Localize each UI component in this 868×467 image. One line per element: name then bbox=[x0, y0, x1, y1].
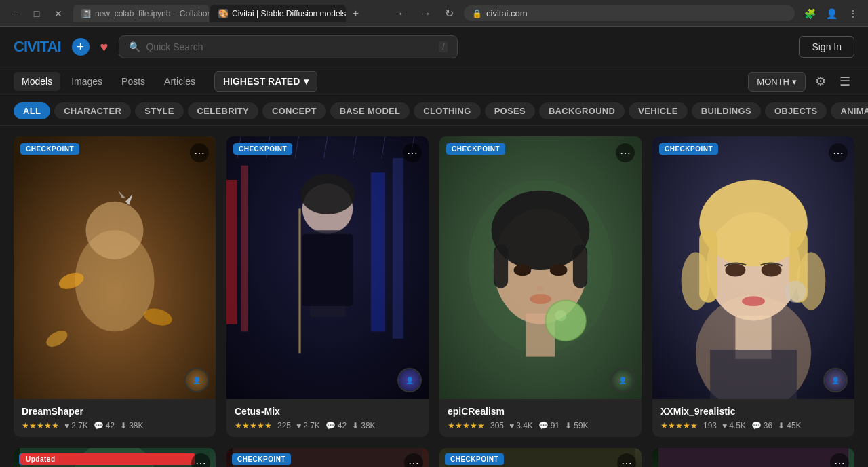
card-title-1: DreamShaper bbox=[22, 406, 208, 417]
card-info-4: XXMix_9realistic ★★★★★ 193 ♥ 4.5K 💬 36 ⬇… bbox=[652, 399, 854, 437]
download-icon-2: ⬇ bbox=[352, 421, 359, 430]
category-all[interactable]: ALL bbox=[14, 102, 50, 119]
comment-icon-2: 💬 bbox=[326, 421, 336, 430]
svg-rect-12 bbox=[393, 158, 403, 339]
card-image-cetus-mix: CHECKPOINT ⋯ 👤 bbox=[226, 136, 429, 399]
category-celebrity[interactable]: CELEBRITY bbox=[188, 102, 258, 119]
card-menu-button-2[interactable]: ⋯ bbox=[403, 143, 422, 162]
sign-in-button[interactable]: Sign In bbox=[799, 36, 854, 58]
svg-point-38 bbox=[555, 310, 566, 321]
card-likes-3: ♥ 3.4K bbox=[509, 421, 533, 430]
nav-articles[interactable]: Articles bbox=[156, 72, 203, 91]
card-background-2 bbox=[226, 136, 429, 399]
svg-point-48 bbox=[762, 263, 782, 276]
category-poses[interactable]: POSES bbox=[485, 102, 535, 119]
card-avatar-image-1: 👤 bbox=[186, 369, 208, 391]
bottom-card-1[interactable]: CHECKPOINT Updated ⋯ bbox=[14, 448, 216, 467]
reload-button[interactable]: ↻ bbox=[439, 4, 458, 23]
card-comments-value-2: 42 bbox=[338, 421, 347, 430]
card-downloads-value-2: 38K bbox=[361, 421, 375, 430]
sort-button[interactable]: HIGHEST RATED ▾ bbox=[214, 71, 317, 92]
bottom-menu-btn-2[interactable]: ⋯ bbox=[404, 453, 423, 467]
search-bar[interactable]: 🔍 Quick Search / bbox=[119, 35, 458, 58]
category-style[interactable]: STYLE bbox=[135, 102, 183, 119]
favorites-icon[interactable]: ♥ bbox=[100, 39, 108, 55]
site-logo[interactable]: CIVITAI bbox=[14, 38, 61, 56]
card-avatar-image-4: 👤 bbox=[825, 369, 846, 391]
card-stars-4: ★★★★★ bbox=[660, 421, 698, 430]
category-clothing[interactable]: CLOTHING bbox=[414, 102, 480, 119]
add-model-button[interactable]: + bbox=[72, 38, 90, 56]
card-comments-1: 💬 42 bbox=[94, 421, 115, 430]
svg-point-17 bbox=[300, 174, 355, 214]
category-buildings[interactable]: BUILDINGS bbox=[692, 102, 761, 119]
svg-rect-16 bbox=[302, 234, 353, 306]
card-image-dreamshaper: CHECKPOINT ⋯ 👤 bbox=[14, 136, 216, 399]
forward-button[interactable]: → bbox=[416, 4, 435, 23]
category-background[interactable]: BACKGROUND bbox=[539, 102, 625, 119]
bottom-card-2[interactable]: CHECKPOINT ⋯ bbox=[226, 448, 429, 467]
card-downloads-value-1: 38K bbox=[129, 421, 143, 430]
browser-tab-1[interactable]: 📓 new_colab_file.ipynb – Collabora... ✕ bbox=[73, 5, 209, 22]
bottom-card-4[interactable]: ⋯ bbox=[652, 448, 854, 467]
download-icon-4: ⬇ bbox=[778, 421, 785, 430]
card-stars-2: ★★★★★ bbox=[235, 421, 272, 430]
svg-rect-52 bbox=[710, 350, 797, 399]
model-card-xxmix[interactable]: CHECKPOINT ⋯ 👤 XXMix_9realistic ★★★★★ 19… bbox=[652, 136, 854, 437]
card-star-count-4: 193 bbox=[703, 421, 717, 430]
comment-icon-4: 💬 bbox=[751, 421, 762, 430]
address-bar[interactable]: 🔒 civitai.com bbox=[464, 5, 795, 21]
bottom-badge-2: CHECKPOINT bbox=[232, 453, 291, 465]
category-vehicle[interactable]: VEHICLE bbox=[629, 102, 687, 119]
category-animal[interactable]: ANIMAL bbox=[831, 102, 868, 119]
svg-point-47 bbox=[725, 263, 745, 276]
card-downloads-2: ⬇ 38K bbox=[352, 421, 375, 430]
bottom-menu-btn-3[interactable]: ⋯ bbox=[617, 453, 636, 467]
close-button[interactable]: ✕ bbox=[49, 4, 68, 23]
tab-label-1: new_colab_file.ipynb – Collabora... bbox=[95, 9, 209, 18]
category-concept[interactable]: CONCEPT bbox=[262, 102, 326, 119]
card-likes-1: ♥ 2.7K bbox=[64, 421, 88, 430]
card-menu-button-3[interactable]: ⋯ bbox=[616, 143, 635, 162]
svg-point-34 bbox=[530, 294, 551, 304]
lock-icon: 🔒 bbox=[472, 9, 482, 18]
minimize-button[interactable]: ─ bbox=[5, 4, 24, 23]
model-card-cetus-mix[interactable]: CHECKPOINT ⋯ 👤 Cetus-Mix ★★★★★ 225 ♥ 2.7… bbox=[226, 136, 429, 437]
bottom-menu-btn-4[interactable]: ⋯ bbox=[830, 453, 849, 467]
card-info-2: Cetus-Mix ★★★★★ 225 ♥ 2.7K 💬 42 ⬇ 38K bbox=[226, 399, 429, 437]
model-card-dreamshaper[interactable]: CHECKPOINT ⋯ 👤 DreamShaper ★★★★★ ♥ 2.7K bbox=[14, 136, 216, 437]
nav-models[interactable]: Models bbox=[14, 72, 60, 91]
period-button[interactable]: MONTH ▾ bbox=[748, 72, 806, 92]
bottom-menu-btn-1[interactable]: ⋯ bbox=[191, 453, 210, 467]
bottom-card-3[interactable]: CHECKPOINT ⋯ bbox=[439, 448, 642, 467]
svg-point-50 bbox=[785, 281, 806, 303]
card-menu-button-1[interactable]: ⋯ bbox=[190, 143, 209, 162]
card-star-count-2: 225 bbox=[277, 421, 291, 430]
card-downloads-1: ⬇ 38K bbox=[120, 421, 143, 430]
category-character[interactable]: CHARACTER bbox=[54, 102, 131, 119]
profile-button[interactable]: 👤 bbox=[822, 4, 841, 23]
back-button[interactable]: ← bbox=[393, 4, 412, 23]
card-badge-2: CHECKPOINT bbox=[233, 143, 292, 155]
model-card-epicrealism[interactable]: CHECKPOINT ⋯ 👤 epiCRealism ★★★★★ 305 ♥ 3… bbox=[439, 136, 642, 437]
tab-favicon-2: 🎨 bbox=[218, 9, 228, 18]
category-base-model[interactable]: BASE MODEL bbox=[330, 102, 410, 119]
site-header: CIVITAI + ♥ 🔍 Quick Search / Sign In bbox=[0, 27, 868, 67]
maximize-button[interactable]: □ bbox=[27, 4, 46, 23]
window-controls[interactable]: ─ □ ✕ bbox=[5, 4, 68, 23]
new-tab-button[interactable]: + bbox=[347, 5, 364, 22]
card-menu-button-4[interactable]: ⋯ bbox=[829, 143, 848, 162]
extensions-button[interactable]: 🧩 bbox=[800, 4, 819, 23]
heart-icon-2: ♥ bbox=[296, 421, 301, 430]
nav-posts[interactable]: Posts bbox=[113, 72, 153, 91]
menu-button[interactable]: ⋮ bbox=[844, 4, 863, 23]
filter-button[interactable]: ⚙ bbox=[811, 71, 830, 92]
browser-controls[interactable]: ← → ↻ bbox=[393, 4, 458, 23]
browser-chrome: ─ □ ✕ 📓 new_colab_file.ipynb – Collabora… bbox=[0, 0, 868, 27]
card-downloads-4: ⬇ 45K bbox=[778, 421, 801, 430]
browser-actions[interactable]: 🧩 👤 ⋮ bbox=[800, 4, 863, 23]
nav-images[interactable]: Images bbox=[63, 72, 111, 91]
browser-tab-2[interactable]: 🎨 Civitai | Stable Diffusion models... ✕ bbox=[210, 5, 346, 22]
grid-view-button[interactable]: ☰ bbox=[835, 71, 854, 92]
category-objects[interactable]: OBJECTS bbox=[765, 102, 827, 119]
